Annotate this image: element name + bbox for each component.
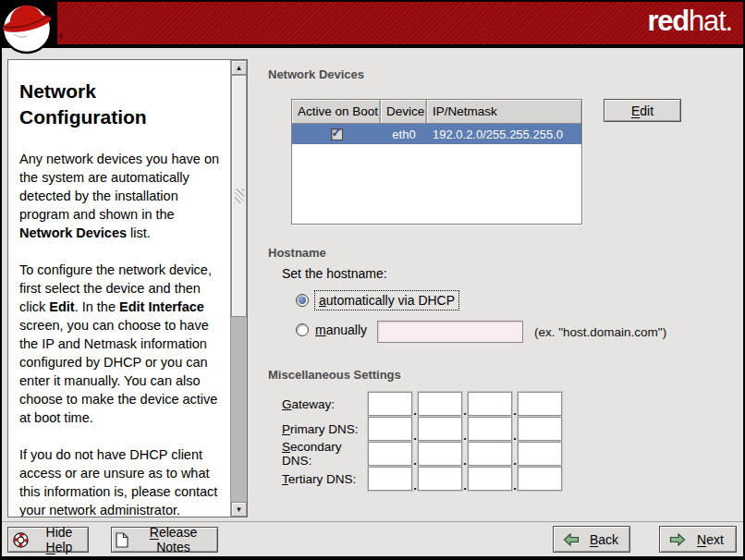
dhcp-radio-button[interactable] [296,294,309,307]
gateway-octet-1[interactable] [368,392,412,416]
tertiary-dns-octet-3[interactable] [468,467,512,491]
table-row-eth0[interactable]: ✓ eth0 192.0.2.0/255.255.255.0 [292,124,581,144]
dhcp-radio-label[interactable]: automatically via DHCP [315,291,458,310]
secondary-dns-octet-3[interactable] [468,442,512,466]
scroll-down-icon[interactable]: ▼ [231,502,247,517]
back-button[interactable]: Back [553,526,630,553]
redhat-shadowman-icon [0,1,59,56]
next-button[interactable]: Next [659,526,737,553]
release-notes-button[interactable]: Release Notes [111,527,218,553]
hostname-example-hint: (ex. "host.domain.com") [534,325,666,339]
primary-dns-octet-2[interactable] [418,417,462,441]
primary-dns-row: Primary DNS: ... [282,417,562,441]
manual-radio-button[interactable] [296,323,309,336]
document-icon [116,532,128,548]
checkmark-icon: ✓ [332,127,342,139]
help-paragraph: If you do not have DHCP client access or… [19,445,225,517]
secondary-dns-octet-1[interactable] [368,442,412,466]
scroll-up-icon[interactable]: ▲ [231,60,247,75]
active-on-boot-checkbox[interactable]: ✓ [331,128,343,140]
primary-dns-octet-4[interactable] [518,417,562,441]
next-label: Next [690,532,730,547]
primary-dns-octet-1[interactable] [368,417,412,441]
network-devices-table: Active on Boot Device IP/Netmask ✓ eth0 … [291,99,582,225]
next-arrow-icon [669,533,686,546]
tertiary-dns-row: Tertiary DNS: ... [282,467,562,491]
help-paragraph: To configure the network device, first s… [19,261,225,427]
registered-trademark: ® [58,33,63,40]
brand-bold: red [647,5,689,37]
help-scrollbar[interactable]: ▲ ▼ [230,60,247,517]
device-cell: eth0 [381,128,427,141]
active-on-boot-cell: ✓ [292,128,381,140]
manual-radio-label[interactable]: manually [315,323,367,337]
primary-dns-octet-3[interactable] [468,417,512,441]
scrollbar-grip [235,189,244,203]
footer-separator [0,521,745,522]
help-paragraph: Any network devices you have on the syst… [19,150,225,242]
gateway-octet-2[interactable] [418,392,462,416]
set-hostname-label: Set the hostname: [282,266,387,281]
hostname-heading: Hostname [268,246,326,260]
tertiary-dns-octet-1[interactable] [368,467,412,491]
primary-dns-label: Primary DNS: [282,422,368,436]
secondary-dns-octet-2[interactable] [418,442,462,466]
redhat-wordmark: redhat. [647,6,732,35]
misc-settings-heading: Miscellaneous Settings [268,368,401,382]
gateway-label: Gateway: [282,397,368,411]
tertiary-dns-octet-2[interactable] [418,467,462,491]
secondary-dns-row: Secondary DNS: ... [282,442,562,466]
network-devices-heading: Network Devices [268,67,364,81]
release-notes-label: Release Notes [133,525,214,554]
secondary-dns-label: Secondary DNS: [282,440,368,468]
radio-row-automatic: automatically via DHCP [296,291,458,310]
hide-help-button[interactable]: Hide Help [7,527,89,553]
brand-light: hat. [689,5,732,37]
installer-window: redhat. ® Network Configuration Any netw… [0,0,745,560]
column-header-ip-netmask[interactable]: IP/Netmask [427,100,581,124]
banner: redhat. [0,0,745,48]
radio-row-manual: manually [296,323,367,337]
edit-button[interactable]: Edit [604,99,681,122]
hide-help-label: Hide Help [34,525,84,554]
scrollbar-thumb[interactable] [231,75,247,317]
gateway-row: Gateway: ... [282,392,562,416]
column-header-device[interactable]: Device [381,100,427,124]
gateway-octet-4[interactable] [518,392,562,416]
help-title: Network Configuration [19,79,225,131]
gateway-octet-3[interactable] [468,392,512,416]
edit-button-label: Edit [631,103,653,118]
ip-netmask-cell: 192.0.2.0/255.255.255.0 [427,128,581,141]
help-content: Network Configuration Any network device… [8,60,230,517]
back-label: Back [584,532,624,547]
manual-hostname-input[interactable] [377,321,523,343]
life-ring-icon [12,531,30,549]
tertiary-dns-octet-4[interactable] [518,467,562,491]
help-panel: Network Configuration Any network device… [7,59,248,517]
table-header: Active on Boot Device IP/Netmask [292,100,581,124]
secondary-dns-octet-4[interactable] [518,442,562,466]
column-header-active-on-boot[interactable]: Active on Boot [292,100,381,124]
back-arrow-icon [563,533,580,546]
tertiary-dns-label: Tertiary DNS: [282,472,368,486]
